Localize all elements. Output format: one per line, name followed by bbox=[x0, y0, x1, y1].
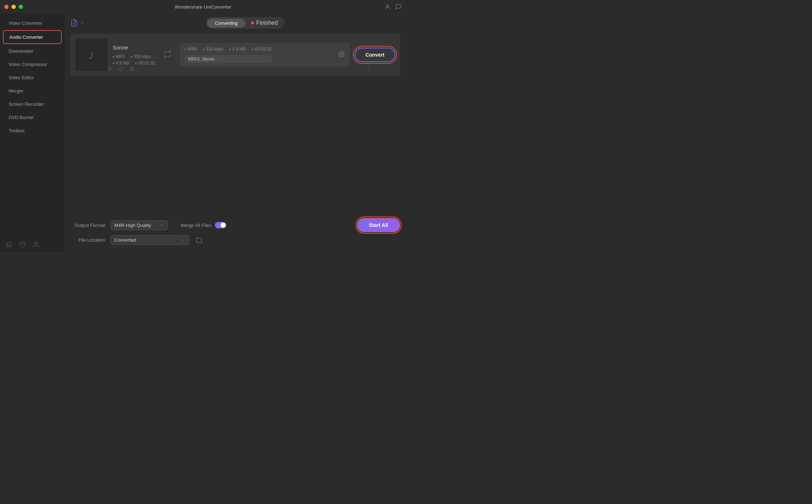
merge-all-toggle[interactable] bbox=[215, 222, 226, 228]
traffic-lights bbox=[4, 5, 23, 9]
sidebar-item-audio-converter[interactable]: Audio Converter bbox=[3, 30, 62, 44]
svg-point-8 bbox=[108, 70, 110, 71]
output-meta-row-1: M4R 320 kbps 4.9 MB 00:02:02 bbox=[185, 47, 272, 52]
file-thumbnail: ♪ bbox=[75, 39, 108, 71]
sidebar-item-video-editor[interactable]: Video Editor bbox=[3, 71, 62, 84]
output-col: M4R 320 kbps 4.9 MB 00:02:02 MPA3, Stere… bbox=[185, 47, 272, 63]
file-meta-row-1: MP3 320 kbps bbox=[113, 54, 155, 59]
input-format-dot: MP3 bbox=[113, 54, 125, 59]
sidebar-item-dvd-burner[interactable]: DVD Burner bbox=[3, 111, 62, 124]
format-selector[interactable] bbox=[70, 19, 85, 27]
svg-point-3 bbox=[34, 242, 37, 244]
sidebar-item-video-compressor[interactable]: Video Compressor bbox=[3, 58, 62, 71]
settings-gear-icon[interactable] bbox=[338, 51, 345, 59]
file-meta: MP3 320 kbps 4.9 MB 00:02:02 bbox=[113, 54, 155, 66]
svg-point-6 bbox=[341, 53, 343, 55]
output-format-dot: M4R bbox=[185, 47, 197, 52]
svg-point-7 bbox=[108, 67, 110, 68]
bottom-row-format: Output Format: M4R-High Quality Merge Al… bbox=[70, 218, 400, 232]
tab-finished-label: Finished bbox=[256, 20, 278, 26]
music-note-icon: ♪ bbox=[88, 47, 95, 62]
bottom-bar: Output Format: M4R-High Quality Merge Al… bbox=[70, 213, 400, 248]
main-layout: Video Converter Audio Converter Download… bbox=[0, 14, 406, 252]
file-name: Sonne bbox=[113, 44, 155, 51]
convert-button[interactable]: Convert bbox=[355, 48, 395, 62]
audio-file-icon bbox=[70, 19, 78, 27]
user-icon[interactable] bbox=[384, 4, 391, 10]
finished-dot bbox=[251, 22, 254, 24]
file-info: Sonne MP3 320 kbps 4.9 MB 00:02:02 bbox=[113, 44, 155, 66]
more-options-icon[interactable]: ⋮ bbox=[366, 64, 372, 71]
sidebar-item-video-converter[interactable]: Video Converter bbox=[3, 17, 62, 29]
output-format-chevron bbox=[160, 223, 164, 227]
folder-open-icon[interactable] bbox=[196, 237, 202, 243]
svg-point-17 bbox=[132, 68, 133, 70]
minimize-button[interactable] bbox=[11, 5, 16, 9]
content-area: Converting Finished ♪ Sonne MP3 320 kbps bbox=[65, 14, 406, 252]
svg-point-0 bbox=[387, 5, 389, 7]
message-icon[interactable] bbox=[395, 4, 402, 10]
output-format-label: Output Format: bbox=[70, 223, 106, 228]
titlebar-icons bbox=[384, 4, 402, 10]
equalizer-icon[interactable] bbox=[129, 66, 135, 72]
top-bar: Converting Finished bbox=[70, 17, 400, 29]
svg-point-18 bbox=[131, 70, 132, 71]
input-duration-dot: 00:02:02 bbox=[135, 61, 155, 66]
users-icon[interactable] bbox=[33, 241, 39, 248]
input-bitrate-dot: 320 kbps bbox=[131, 54, 151, 59]
start-all-button[interactable]: Start All bbox=[357, 218, 400, 232]
file-location-dropdown[interactable]: Converted bbox=[110, 235, 189, 245]
sidebar-item-screen-recorder[interactable]: Screen Recorder bbox=[3, 98, 62, 110]
sidebar-bottom bbox=[0, 237, 65, 252]
output-format-dropdown-value: M4R-High Quality bbox=[114, 223, 151, 228]
crop-icon[interactable] bbox=[118, 66, 124, 72]
tab-finished[interactable]: Finished bbox=[245, 18, 283, 28]
output-chevron-icon bbox=[217, 57, 221, 61]
svg-line-11 bbox=[109, 68, 110, 69]
location-chevron-icon bbox=[181, 238, 185, 242]
output-duration-dot: 00:02:02 bbox=[252, 47, 272, 52]
file-card: ♪ Sonne MP3 320 kbps 4.9 MB 00:02:02 bbox=[70, 34, 400, 76]
sidebar-item-toolbox[interactable]: Toolbox bbox=[3, 124, 62, 137]
output-format-dropdown[interactable]: M4R-High Quality bbox=[110, 220, 168, 230]
output-size-dot: 4.9 MB bbox=[229, 47, 246, 52]
sidebar-item-merger[interactable]: Merger bbox=[3, 85, 62, 97]
titlebar: Wondershare UniConverter bbox=[0, 0, 406, 14]
output-audio-format: MPA3, Stereo bbox=[188, 57, 215, 62]
sidebar: Video Converter Audio Converter Download… bbox=[0, 14, 65, 252]
app-title: Wondershare UniConverter bbox=[175, 4, 231, 10]
close-button[interactable] bbox=[4, 5, 9, 9]
svg-point-1 bbox=[20, 242, 25, 247]
tab-converting[interactable]: Converting bbox=[207, 19, 245, 28]
file-location-value: Converted bbox=[114, 237, 136, 243]
chevron-down-icon bbox=[80, 21, 85, 25]
output-bitrate-dot: 320 kbps bbox=[203, 47, 223, 52]
merge-all-label: Merge All Files bbox=[181, 223, 211, 228]
output-format-selector[interactable]: MPA3, Stereo bbox=[185, 55, 272, 63]
merge-all-group: Merge All Files bbox=[181, 222, 226, 228]
svg-line-10 bbox=[111, 70, 113, 71]
trim-icon[interactable] bbox=[108, 66, 113, 72]
card-tools bbox=[108, 66, 135, 72]
input-size-dot: 4.9 MB bbox=[113, 61, 129, 66]
sidebar-item-downloader[interactable]: Downloader bbox=[3, 45, 62, 57]
file-location-label: File Location: bbox=[70, 237, 106, 243]
svg-point-16 bbox=[131, 67, 132, 68]
tab-group: Converting Finished bbox=[206, 17, 284, 29]
output-settings: M4R 320 kbps 4.9 MB 00:02:02 MPA3, Stere… bbox=[180, 43, 350, 67]
bottom-row-location: File Location: Converted bbox=[70, 235, 400, 245]
help-icon[interactable] bbox=[19, 241, 26, 248]
svg-rect-12 bbox=[119, 67, 123, 70]
toggle-knob bbox=[221, 223, 226, 228]
maximize-button[interactable] bbox=[19, 5, 23, 9]
bookmark-icon[interactable] bbox=[6, 241, 12, 248]
file-meta-row-2: 4.9 MB 00:02:02 bbox=[113, 61, 155, 66]
convert-arrow-icon bbox=[163, 50, 172, 60]
